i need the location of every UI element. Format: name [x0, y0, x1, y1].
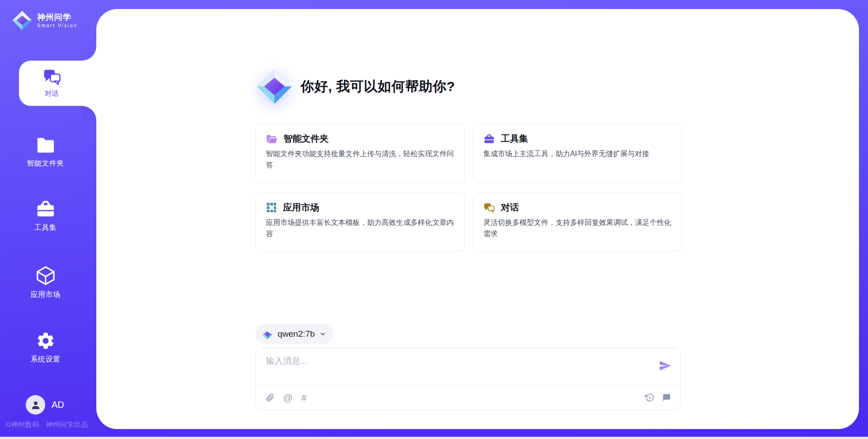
card-title: 工具集 — [501, 133, 528, 145]
card-description: 智能文件夹功能支持批量文件上传与清洗，轻松实现文件问答 — [266, 148, 454, 171]
brand-logo: 神州问学 Smart Vision — [12, 10, 77, 31]
user-name: AD — [52, 400, 64, 410]
card-description: 灵活切换多模型文件，支持多样回复效果调试，满足个性化需求 — [483, 217, 672, 240]
card-chat[interactable]: 对话 灵活切换多模型文件，支持多样回复效果调试，满足个性化需求 — [473, 193, 682, 252]
app-window: 神州问学 Smart Vision 对话 智能文件夹 — [0, 0, 868, 439]
chat-icon — [42, 68, 61, 86]
history-icon — [645, 393, 654, 402]
attachment-button[interactable] — [265, 393, 274, 402]
card-title: 对话 — [501, 201, 519, 214]
mention-icon[interactable]: @ — [283, 393, 292, 402]
history-button[interactable] — [645, 393, 654, 402]
person-icon — [30, 400, 41, 410]
model-selector[interactable]: qwen2:7b — [255, 324, 334, 344]
brand-diamond-icon — [255, 67, 293, 105]
grid-icon — [266, 202, 277, 213]
card-title: 智能文件夹 — [283, 133, 329, 145]
avatar — [26, 395, 45, 415]
card-app-market[interactable]: 应用市场 应用市场提供丰富长文本模板，助力高效生成多样化文章内容 — [255, 193, 465, 252]
cube-icon — [35, 265, 56, 286]
toolbox-icon — [35, 199, 56, 219]
main-panel: 你好, 我可以如何帮助你? 智能文件夹 智能文件夹功能支持批量文件上传与清洗，轻… — [96, 9, 859, 429]
sidebar-item-chat[interactable]: 对话 — [19, 61, 96, 106]
sidebar-item-label: 应用市场 — [31, 290, 61, 300]
chat-icon — [483, 202, 495, 213]
message-composer: @ # — [255, 348, 681, 410]
sidebar-item-app-market[interactable]: 应用市场 — [0, 265, 96, 300]
folder-icon — [35, 135, 56, 155]
topic-icon[interactable]: # — [301, 393, 307, 402]
sidebar-item-smart-folder[interactable]: 智能文件夹 — [0, 135, 96, 168]
sidebar-item-settings[interactable]: 系统设置 — [0, 331, 96, 364]
toolbox-icon — [483, 134, 495, 144]
folder-open-icon — [266, 134, 278, 144]
sidebar-item-label: 工具集 — [34, 223, 57, 233]
sidebar-item-label: 系统设置 — [31, 355, 61, 364]
user-profile[interactable]: AD — [26, 395, 64, 415]
model-name: qwen2:7b — [278, 329, 315, 339]
brand-diamond-icon — [261, 328, 273, 340]
welcome-header: 你好, 我可以如何帮助你? — [255, 67, 455, 105]
feature-cards: 智能文件夹 智能文件夹功能支持批量文件上传与清洗，轻松实现文件问答 工具 — [255, 124, 682, 252]
gear-icon — [36, 331, 56, 351]
sidebar-item-label: 智能文件夹 — [27, 159, 64, 168]
sidebar-item-label: 对话 — [45, 89, 59, 99]
card-title: 应用市场 — [283, 201, 319, 214]
brand-name: 神州问学 — [37, 13, 77, 22]
card-description: 应用市场提供丰富长文本模板，助力高效生成多样化文章内容 — [266, 217, 454, 240]
copyright-text: ©神州数码 · 神州问学出品 — [6, 420, 88, 429]
window-bottom-edge — [0, 437, 868, 439]
conversations-button[interactable] — [662, 393, 671, 402]
send-icon — [659, 359, 671, 372]
chat-bubble-icon — [662, 393, 671, 402]
tab-curve-bottom — [82, 106, 96, 120]
page-title: 你好, 我可以如何帮助你? — [301, 77, 455, 96]
card-description: 集成市场上主流工具，助力AI与外界无缝扩展与对接 — [483, 148, 672, 160]
chevron-down-icon — [319, 330, 326, 338]
sidebar-item-toolset[interactable]: 工具集 — [0, 199, 96, 233]
card-smart-folder[interactable]: 智能文件夹 智能文件夹功能支持批量文件上传与清洗，轻松实现文件问答 — [255, 124, 465, 183]
paperclip-icon — [265, 393, 274, 402]
message-input[interactable] — [266, 355, 637, 382]
brand-diamond-icon — [12, 10, 33, 31]
card-toolset[interactable]: 工具集 集成市场上主流工具，助力AI与外界无缝扩展与对接 — [473, 124, 682, 183]
brand-subtitle: Smart Vision — [37, 23, 77, 28]
tab-curve-top — [82, 46, 96, 61]
send-button[interactable] — [659, 359, 671, 372]
